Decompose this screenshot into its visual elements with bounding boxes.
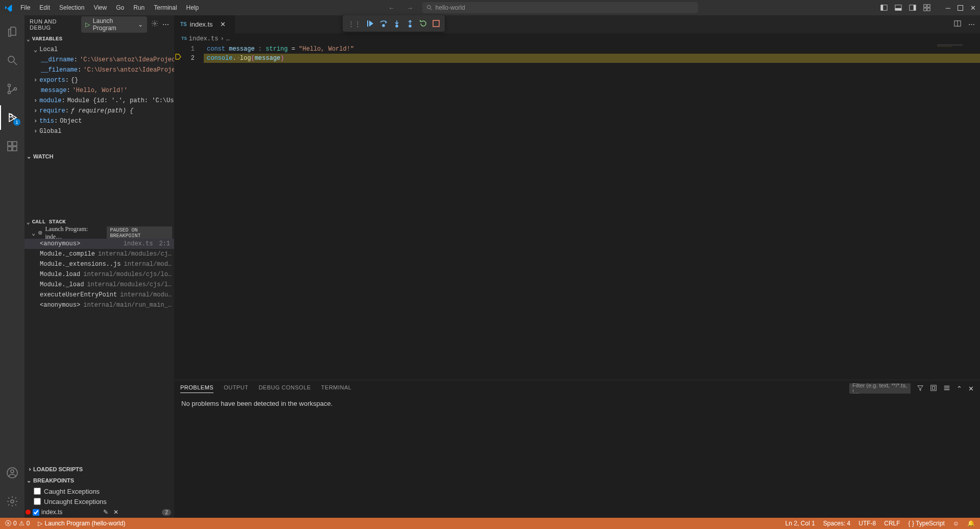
layout-panel-icon[interactable] [895,4,902,11]
variables-scope-local[interactable]: ⌄Local [25,44,174,55]
minimap[interactable] [934,44,980,55]
layout-sidebar-left-icon[interactable] [880,4,888,11]
variable-row[interactable]: ›require: ƒ require(path) { [25,106,174,116]
status-errors[interactable]: ⓧ0⚠0 [5,519,30,528]
more-icon[interactable]: ⋯ [968,20,975,28]
breakpoints-section-header[interactable]: ⌄BREAKPOINTS [25,475,174,486]
typescript-icon: TS [180,21,187,27]
maximize-panel-icon[interactable]: ⌃ [957,385,962,393]
menu-go[interactable]: Go [112,2,128,13]
activity-settings[interactable] [0,489,25,514]
svg-rect-20 [13,142,17,146]
activity-run-debug[interactable]: 1 [0,105,25,130]
variables-scope-global[interactable]: ›Global [25,126,174,136]
activity-source-control[interactable] [0,77,25,101]
step-over-button[interactable] [379,19,388,28]
variable-row[interactable]: message: 'Hello, World!' [25,85,174,96]
variable-row[interactable]: __dirname: 'C:\Users\antoz\IdeaProjects… [25,55,174,65]
window-maximize-icon[interactable] [958,5,963,11]
step-out-button[interactable] [406,19,414,28]
breakpoint-uncaught-exceptions[interactable]: Uncaught Exceptions [25,496,174,507]
grip-icon[interactable]: ⋮⋮ [348,20,361,28]
panel-tab-output[interactable]: OUTPUT [224,384,248,393]
stack-frame[interactable]: Module._compileinternal/modules/cjs/loa… [25,249,174,259]
code-editor[interactable]: 1 2 const message : string = "Hello, Wor… [174,44,980,380]
step-into-button[interactable] [393,19,401,28]
panel-tab-problems[interactable]: PROBLEMS [180,384,213,393]
collapse-icon[interactable] [930,384,937,393]
menu-terminal[interactable]: Terminal [150,2,181,13]
breadcrumb[interactable]: TS index.ts › … [174,33,980,44]
status-debug-session[interactable]: ▷Launch Program (hello-world) [38,520,125,527]
debug-toolbar[interactable]: ⋮⋮ [343,15,445,32]
stack-frame[interactable]: Module._extensions..jsinternal/module… [25,259,174,269]
stack-frame[interactable]: Module._loadinternal/modules/cjs/loader [25,280,174,290]
panel-tab-terminal[interactable]: TERMINAL [321,384,352,393]
menu-run[interactable]: Run [129,2,149,13]
watch-section-header[interactable]: ⌄WATCH [25,151,174,162]
launch-config-selector[interactable]: ▷ Launch Program ⌄ [81,16,147,33]
activity-explorer[interactable] [0,19,25,44]
stack-frame[interactable]: Module.loadinternal/modules/cjs/loader [25,269,174,280]
activity-extensions[interactable] [0,134,25,158]
variables-section-header[interactable]: ⌄VARIABLES [25,33,174,44]
breakpoint-file-row[interactable]: index.ts ✎ ✕ 2 [25,507,174,518]
list-view-icon[interactable] [943,384,950,393]
filter-icon[interactable] [917,384,924,393]
variable-row[interactable]: __filename: 'C:\Users\antoz\IdeaProject… [25,65,174,75]
callstack-session[interactable]: ⌄ ⌾ Launch Program: inde… PAUSED ON BREA… [25,227,174,239]
close-icon[interactable]: ✕ [220,20,226,28]
activity-accounts[interactable] [0,461,25,485]
nav-forward-icon[interactable]: → [404,4,416,12]
menu-file[interactable]: File [16,2,34,13]
more-icon[interactable]: ⋯ [162,20,169,28]
loaded-scripts-section-header[interactable]: ⌄LOADED SCRIPTS [25,464,174,475]
problems-filter-input[interactable]: Filter (e.g. text, **/*.ts, !… [849,383,911,394]
menu-view[interactable]: View [89,2,111,13]
chevron-right-icon: › [34,118,37,125]
restart-button[interactable] [419,19,427,28]
code-line[interactable]: const message : string = "Hello, World!" [204,44,980,54]
status-eol[interactable]: CRLF [884,520,900,527]
edit-icon[interactable]: ✎ [103,509,108,516]
status-encoding[interactable]: UTF-8 [858,520,876,527]
chevron-right-icon: ⌄ [26,467,32,472]
status-bell-icon[interactable]: 🔔 [967,520,975,527]
variable-row[interactable]: ›exports: {} [25,75,174,85]
line-number[interactable]: 1 [183,44,195,54]
close-panel-icon[interactable]: ✕ [968,385,974,393]
variable-row[interactable]: ›this: Object [25,116,174,126]
activity-search[interactable] [0,48,25,73]
gear-icon[interactable] [151,20,158,29]
status-feedback-icon[interactable]: ☺ [953,520,959,527]
window-minimize-icon[interactable]: ─ [946,4,950,12]
customize-layout-icon[interactable] [923,4,930,11]
window-close-icon[interactable]: ✕ [970,4,976,12]
command-center-search[interactable]: hello-world [422,2,698,13]
editor-tab-index-ts[interactable]: TS index.ts ✕ [174,15,235,33]
menu-edit[interactable]: Edit [35,2,54,13]
stop-button[interactable] [433,20,440,27]
status-indentation[interactable]: Spaces: 4 [823,520,850,527]
stack-frame[interactable]: <anonymous>internal/main/run_main_mod… [25,300,174,310]
continue-button[interactable] [366,19,374,28]
stack-frame[interactable]: <anonymous>index.ts2:1 [25,239,174,249]
split-editor-icon[interactable] [954,20,961,29]
checkbox[interactable] [34,498,41,505]
panel-tab-debug-console[interactable]: DEBUG CONSOLE [258,384,310,393]
stack-frame[interactable]: executeUserEntryPointinternal/modules… [25,290,174,300]
breakpoint-caught-exceptions[interactable]: Caught Exceptions [25,486,174,496]
checkbox[interactable] [34,488,41,495]
breakpoint-current-icon[interactable] [175,54,181,62]
status-cursor-position[interactable]: Ln 2, Col 1 [785,520,815,527]
variable-row[interactable]: ›module: Module {id: '.', path: 'C:\User… [25,96,174,106]
status-language[interactable]: { } TypeScript [909,520,945,527]
checkbox[interactable] [33,509,39,516]
layout-sidebar-right-icon[interactable] [909,4,916,11]
menu-help[interactable]: Help [182,2,203,13]
menu-selection[interactable]: Selection [55,2,88,13]
line-number[interactable]: 2 [183,54,195,63]
code-line[interactable]: console.◦log(message) [204,54,980,63]
close-icon[interactable]: ✕ [113,509,118,516]
nav-back-icon[interactable]: ← [386,4,398,12]
